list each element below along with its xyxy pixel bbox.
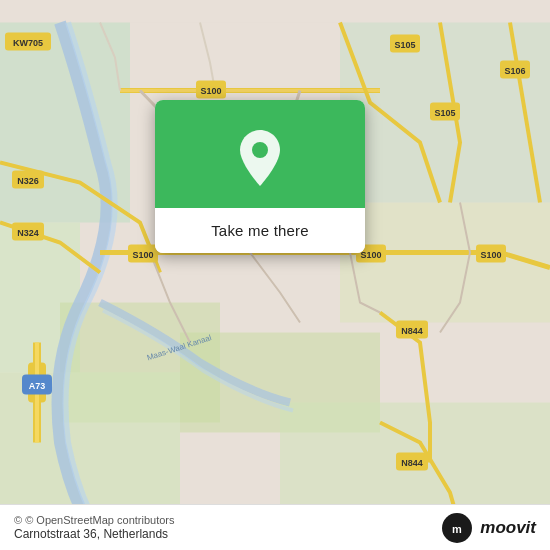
copyright-text: © © OpenStreetMap contributors <box>14 514 175 526</box>
take-me-there-button[interactable]: Take me there <box>155 208 365 253</box>
map-background: KW705 S100 S105 S105 S106 N326 N324 S100… <box>0 0 550 550</box>
svg-text:S105: S105 <box>394 40 415 50</box>
popup-green-area <box>155 100 365 208</box>
moovit-logo-text: moovit <box>480 518 536 538</box>
svg-text:S100: S100 <box>200 86 221 96</box>
bottom-bar: © © OpenStreetMap contributors Carnotstr… <box>0 504 550 550</box>
svg-point-37 <box>252 142 268 158</box>
svg-text:S100: S100 <box>480 250 501 260</box>
location-pin-icon <box>235 128 285 188</box>
svg-text:S106: S106 <box>504 66 525 76</box>
svg-text:S100: S100 <box>360 250 381 260</box>
svg-text:S100: S100 <box>132 250 153 260</box>
svg-text:m: m <box>452 523 462 535</box>
svg-text:S105: S105 <box>434 108 455 118</box>
svg-text:N844: N844 <box>401 458 423 468</box>
copyright-symbol: © <box>14 514 22 526</box>
svg-text:KW705: KW705 <box>13 38 43 48</box>
osm-contributors: © OpenStreetMap contributors <box>25 514 174 526</box>
svg-text:N324: N324 <box>17 228 39 238</box>
svg-text:N326: N326 <box>17 176 39 186</box>
address-text: Carnotstraat 36, Netherlands <box>14 527 175 541</box>
moovit-logo: m moovit <box>441 512 536 544</box>
map-container: KW705 S100 S105 S105 S106 N326 N324 S100… <box>0 0 550 550</box>
svg-text:N844: N844 <box>401 326 423 336</box>
svg-text:A73: A73 <box>29 381 46 391</box>
bottom-bar-left: © © OpenStreetMap contributors Carnotstr… <box>14 514 175 541</box>
moovit-logo-icon: m <box>441 512 473 544</box>
popup-card: Take me there <box>155 100 365 253</box>
